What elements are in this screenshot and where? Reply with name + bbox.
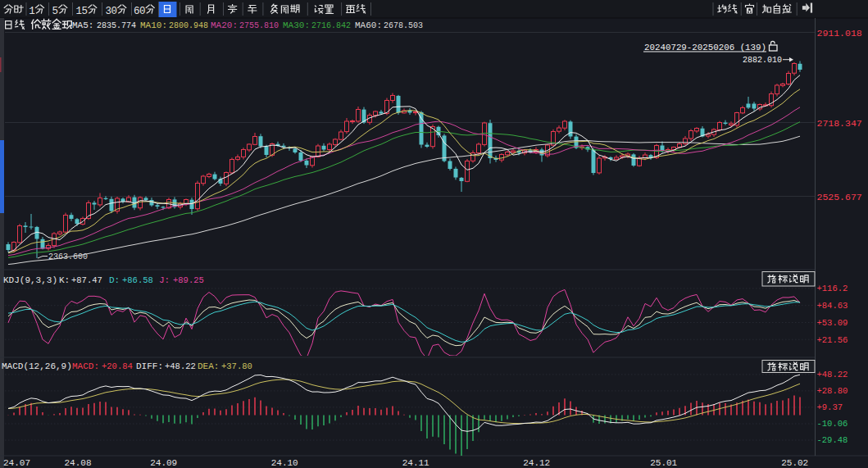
svg-text:MACD(12,26,9): MACD(12,26,9) [2, 361, 72, 371]
svg-text:25.01: 25.01 [650, 458, 677, 468]
svg-text:MA20:: MA20: [211, 20, 238, 30]
svg-text:2835.774: 2835.774 [97, 21, 136, 30]
svg-text:2716.842: 2716.842 [311, 21, 351, 30]
svg-text:+48.22: +48.22 [817, 370, 848, 379]
svg-text:2363.600: 2363.600 [48, 252, 88, 261]
svg-text:+37.80: +37.80 [221, 361, 252, 371]
svg-text:24.09: 24.09 [150, 458, 177, 468]
svg-text:5: 5 [52, 6, 58, 17]
svg-text:K:: K: [59, 275, 70, 285]
svg-text:-29.48: -29.48 [817, 435, 848, 445]
svg-text:2678.503: 2678.503 [384, 21, 423, 30]
svg-text:J:: J: [159, 275, 170, 285]
svg-text:KDJ(9,3,3): KDJ(9,3,3) [3, 275, 57, 285]
svg-text:DEA:: DEA: [198, 361, 219, 371]
svg-text:24.12: 24.12 [523, 458, 550, 468]
svg-text:24.07: 24.07 [3, 458, 30, 468]
svg-text:MACD:: MACD: [72, 361, 99, 371]
svg-text:2718.347: 2718.347 [817, 118, 862, 129]
svg-text:0: 0 [111, 6, 117, 17]
svg-text:+28.80: +28.80 [817, 386, 848, 396]
svg-text:+87.47: +87.47 [71, 275, 102, 285]
svg-text:2525.677: 2525.677 [817, 192, 862, 202]
svg-text:MA5:: MA5: [72, 20, 93, 30]
svg-text:1: 1 [29, 6, 35, 17]
svg-text:+20.84: +20.84 [102, 361, 133, 371]
svg-text:+21.56: +21.56 [817, 335, 848, 345]
svg-text:MA30:: MA30: [283, 20, 310, 30]
svg-text:2882.010: 2882.010 [743, 56, 782, 65]
svg-text:+89.25: +89.25 [173, 275, 204, 285]
svg-text:+84.63: +84.63 [817, 301, 848, 311]
svg-text:20240729-20250206 (139): 20240729-20250206 (139) [644, 43, 766, 52]
svg-text:24.11: 24.11 [402, 458, 429, 468]
svg-text:24.08: 24.08 [64, 458, 91, 468]
svg-text:MA10:: MA10: [140, 20, 167, 30]
svg-text:0: 0 [139, 6, 146, 17]
svg-text:DIFF:: DIFF: [136, 361, 163, 371]
svg-text:-10.06: -10.06 [817, 419, 848, 429]
svg-text:+86.58: +86.58 [122, 275, 153, 285]
svg-text:+9.37: +9.37 [817, 402, 843, 412]
svg-text:+53.09: +53.09 [817, 318, 848, 328]
svg-text:MA60:: MA60: [355, 20, 382, 30]
svg-text:D:: D: [109, 275, 120, 285]
svg-text:2755.810: 2755.810 [239, 21, 279, 30]
svg-text:2911.018: 2911.018 [817, 28, 862, 39]
svg-text:+48.22: +48.22 [165, 361, 196, 371]
svg-text:5: 5 [81, 6, 88, 17]
svg-text:+116.2: +116.2 [817, 284, 848, 293]
svg-text:25.02: 25.02 [781, 458, 808, 468]
svg-text:24.10: 24.10 [271, 458, 298, 468]
svg-text:2800.948: 2800.948 [169, 21, 208, 30]
